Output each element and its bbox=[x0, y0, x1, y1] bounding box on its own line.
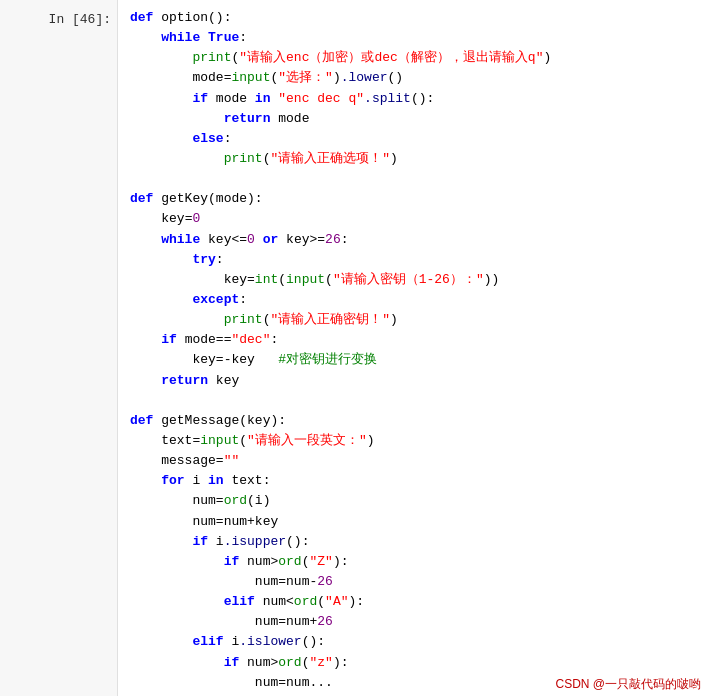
code-line: return mode bbox=[130, 109, 707, 129]
code-line bbox=[130, 391, 707, 411]
code-line: num=num+key bbox=[130, 512, 707, 532]
watermark: CSDN @一只敲代码的啵哟 bbox=[555, 676, 701, 693]
code-line: if num>ord("Z"): bbox=[130, 552, 707, 572]
code-line: if i.isupper(): bbox=[130, 532, 707, 552]
code-line bbox=[130, 169, 707, 189]
code-line: def getMessage(key): bbox=[130, 411, 707, 431]
code-line: def option(): bbox=[130, 8, 707, 28]
code-line: key=int(input("请输入密钥（1-26）：")) bbox=[130, 270, 707, 290]
code-line: key=-key #对密钥进行变换 bbox=[130, 350, 707, 370]
code-line: elif num<ord("A"): bbox=[130, 592, 707, 612]
code-line: key=0 bbox=[130, 209, 707, 229]
code-line: text=input("请输入一段英文：") bbox=[130, 431, 707, 451]
code-line: while key<=0 or key>=26: bbox=[130, 230, 707, 250]
code-line: try: bbox=[130, 250, 707, 270]
code-line: print("请输入正确密钥！") bbox=[130, 310, 707, 330]
cell-gutter: In [46]: bbox=[0, 0, 118, 696]
cell-label: In [46]: bbox=[49, 10, 111, 27]
code-line: num=num+26 bbox=[130, 612, 707, 632]
code-area: def option(): while True: print("请输入enc（… bbox=[118, 0, 717, 696]
code-line: while True: bbox=[130, 28, 707, 48]
code-line: def getKey(mode): bbox=[130, 189, 707, 209]
code-line: if num>ord("z"): bbox=[130, 653, 707, 673]
code-line: mode=input("选择：").lower() bbox=[130, 68, 707, 88]
code-line: num=ord(i) bbox=[130, 491, 707, 511]
code-line: if mode in "enc dec q".split(): bbox=[130, 89, 707, 109]
code-line: print("请输入enc（加密）或dec（解密），退出请输入q") bbox=[130, 48, 707, 68]
code-line: if mode=="dec": bbox=[130, 330, 707, 350]
code-line: print("请输入正确选项！") bbox=[130, 149, 707, 169]
code-line: else: bbox=[130, 129, 707, 149]
code-line: message="" bbox=[130, 451, 707, 471]
code-line: elif i.islower(): bbox=[130, 632, 707, 652]
code-line: for i in text: bbox=[130, 471, 707, 491]
code-line: num=num-26 bbox=[130, 572, 707, 592]
notebook-cell: In [46]: def option(): while True: print… bbox=[0, 0, 717, 696]
code-line: except: bbox=[130, 290, 707, 310]
code-line: return key bbox=[130, 371, 707, 391]
